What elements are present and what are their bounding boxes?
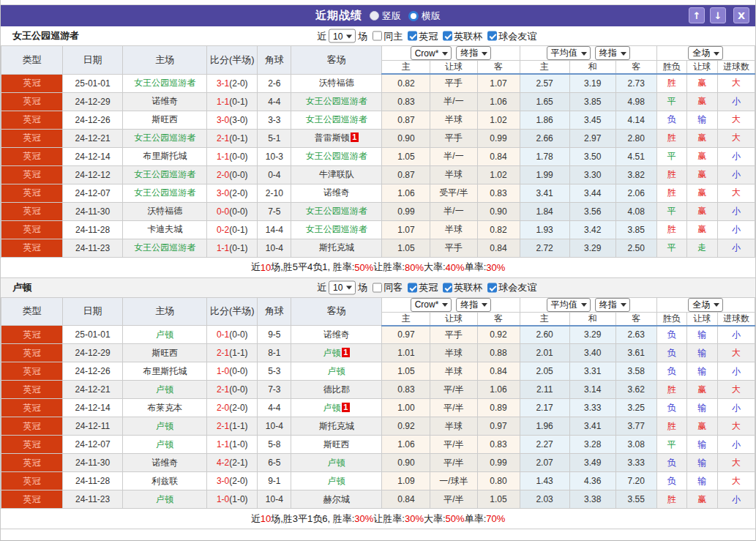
away-team-cell: 女王公园巡游者: [291, 111, 382, 129]
same-venue-checkbox[interactable]: 同客: [373, 281, 403, 294]
away-team-summary: 近10场,胜3平1负6, 胜率:30% 让胜率:30% 大率:50% 单率:70…: [1, 509, 755, 529]
sub-header-handicap: 让球: [430, 312, 477, 326]
summary-stat-value: 50%: [354, 262, 373, 273]
home-odds-cell: 0.83: [382, 92, 430, 111]
fulltime-select[interactable]: 全场: [688, 46, 723, 60]
avg-home-cell: 1.78: [520, 147, 569, 165]
near-label: 近: [317, 281, 326, 294]
move-up-button[interactable]: ↑: [689, 7, 705, 23]
average-select[interactable]: 平均值: [547, 46, 591, 60]
halftime-score: (0-0): [229, 384, 247, 395]
goals-result-cell: 小: [717, 326, 755, 344]
same-venue-label: 同客: [383, 281, 403, 294]
team-name-text: 卢顿: [156, 384, 173, 395]
sub-header-home-odds: 主: [382, 312, 430, 326]
col-header-date: 日期: [63, 46, 123, 75]
average-time-select[interactable]: 终指: [595, 46, 630, 60]
halftime-score: (0-1): [229, 243, 247, 253]
radio-horizontal-layout[interactable]: 横版: [408, 10, 441, 23]
home-odds-cell: 0.92: [382, 417, 430, 436]
section-header-home-team: 女王公园巡游者 近 10 场 同主 英冠 英联杯 球会友谊: [1, 26, 755, 45]
chevron-down-icon: [581, 303, 587, 310]
sub-header-away-odds: 客: [477, 312, 520, 326]
goals-result-cell: 小: [717, 239, 755, 257]
fulltime-score: 3-0: [217, 476, 229, 486]
match-count-select[interactable]: 10: [329, 29, 356, 43]
chevron-down-icon: [442, 52, 448, 59]
odds-time-value: 终指: [460, 299, 478, 311]
handicap-result-cell: 赢: [686, 202, 717, 220]
team-name-text: 诺维奇: [323, 187, 350, 198]
date-cell: 24-12-14: [63, 399, 123, 417]
away-team-cell: 卢顿: [291, 454, 382, 472]
winlose-result-cell: 胜: [656, 417, 686, 436]
home-odds-cell: 1.06: [382, 184, 430, 202]
same-venue-checkbox[interactable]: 同主: [373, 29, 403, 42]
home-odds-cell: 0.99: [382, 202, 430, 220]
fulltime-select[interactable]: 全场: [688, 298, 723, 312]
handicap-cell: 半球: [430, 417, 477, 436]
team-name-text: 卢顿: [323, 403, 341, 413]
winlose-result-cell: 负: [656, 454, 686, 472]
league-championship-checkbox[interactable]: 英冠: [408, 29, 438, 42]
home-team-summary: 近10场,胜5平4负1, 胜率:50% 让胜率:80% 大率:40% 单率:30…: [1, 258, 755, 278]
friendly-checkbox[interactable]: 球会友谊: [487, 29, 536, 42]
fulltime-score: 3-1: [217, 78, 229, 89]
avg-away-cell: 3.25: [615, 399, 656, 417]
odds-time-select[interactable]: 终指: [456, 298, 491, 312]
odds-time-select[interactable]: 终指: [456, 46, 491, 60]
fulltime-score: 4-2: [217, 458, 229, 468]
radio-unselected-icon: [408, 11, 419, 21]
avg-home-cell: 1.96: [520, 417, 569, 436]
score-cell: 2-1(0-1): [207, 129, 258, 147]
top-strip: [1, 0, 755, 5]
average-time-value: 终指: [599, 299, 617, 311]
odds-source-group: Crow* 终指: [382, 46, 520, 61]
home-team-cell: 卢顿: [123, 417, 207, 436]
away-team-cell: 诺维奇: [291, 326, 382, 344]
avg-draw-cell: 3.41: [569, 417, 615, 436]
away-team-cell: 沃特福德: [291, 74, 382, 92]
winlose-result-cell: 胜: [656, 74, 686, 92]
handicap-cell: 半/一: [430, 202, 477, 220]
score-cell: 3-0(3-0): [207, 111, 258, 129]
avg-home-cell: 2.66: [520, 129, 569, 147]
sub-header-handicap-result: 让球: [686, 61, 717, 75]
home-odds-cell: 1.07: [382, 220, 430, 239]
halftime-score: (3-0): [229, 115, 247, 125]
handicap-result-cell: 输: [686, 111, 717, 129]
score-cell: 0-2(0-1): [207, 220, 258, 239]
bookmaker-select[interactable]: Crow*: [411, 298, 452, 312]
league-championship-checkbox[interactable]: 英冠: [408, 281, 438, 294]
league-cell: 英冠: [1, 436, 63, 454]
average-time-select[interactable]: 终指: [595, 298, 630, 312]
corners-cell: 10-4: [258, 490, 291, 509]
avg-draw-cell: 3.85: [569, 92, 615, 111]
avg-away-cell: 3.85: [615, 220, 656, 239]
match-row: 英冠24-12-26布里斯托城1-0(0-0)5-3卢顿1.05半球0.842.…: [1, 362, 755, 381]
away-team-cell: 斯托克城: [291, 239, 382, 257]
avg-draw-cell: 3.29: [569, 326, 615, 344]
match-count-select[interactable]: 10: [329, 280, 356, 294]
avg-away-cell: 4.14: [615, 111, 656, 129]
corners-cell: 2-6: [258, 74, 291, 92]
team-name-text: 利兹联: [151, 476, 178, 486]
team-name-text: 卢顿: [156, 494, 173, 504]
league-label: 球会友谊: [498, 281, 536, 294]
move-down-button[interactable]: ↓: [710, 7, 726, 23]
average-select[interactable]: 平均值: [547, 298, 591, 312]
team-name-text: 女王公园巡游者: [306, 96, 367, 106]
home-odds-cell: 0.82: [382, 74, 430, 92]
league-cup-checkbox[interactable]: 英联杯: [443, 29, 482, 42]
date-cell: 24-11-23: [63, 490, 123, 509]
radio-vertical-layout[interactable]: 竖版: [370, 10, 401, 23]
chevron-down-icon: [581, 52, 587, 59]
home-odds-cell: 0.90: [382, 129, 430, 147]
home-team-cell: 布莱克本: [123, 399, 207, 417]
close-button[interactable]: X: [733, 7, 749, 23]
bookmaker-select[interactable]: Crow*: [411, 46, 452, 60]
away-odds-cell: 1.05: [477, 490, 520, 509]
avg-home-cell: 1.43: [520, 472, 569, 490]
league-cup-checkbox[interactable]: 英联杯: [443, 281, 482, 294]
friendly-checkbox[interactable]: 球会友谊: [487, 281, 536, 294]
